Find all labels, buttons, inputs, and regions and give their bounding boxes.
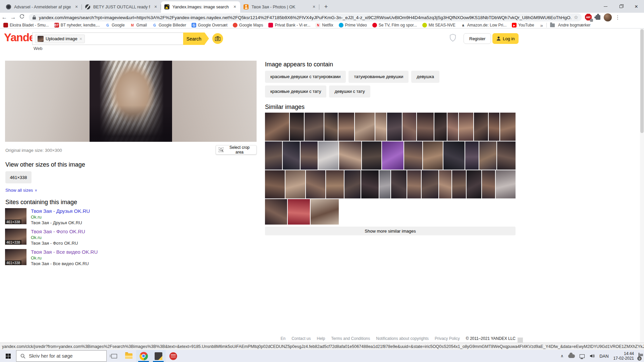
contains-tag[interactable]: девушка — [411, 71, 439, 83]
register-button[interactable]: Register — [464, 33, 491, 44]
similar-image-thumb[interactable] — [447, 113, 458, 141]
footer-link[interactable]: Notifications about copyrights — [376, 336, 429, 341]
contains-tag[interactable]: красивые девушки с татуировками — [265, 71, 346, 83]
show-all-sizes-link[interactable]: Show all sizes ∨ — [5, 188, 37, 193]
tab-close-icon[interactable]: × — [74, 4, 79, 10]
close-button[interactable]: × — [629, 0, 644, 13]
similar-image-thumb[interactable] — [301, 141, 318, 170]
new-tab-button[interactable]: + — [321, 2, 331, 12]
similar-image-thumb[interactable] — [443, 141, 465, 170]
address-bar[interactable]: yandex.com/images/search?rpt=imageview&u… — [29, 13, 582, 21]
language-indicator[interactable]: DAN — [599, 354, 608, 359]
site-domain[interactable]: Ok.ru — [31, 255, 98, 260]
similar-image-thumb[interactable] — [465, 141, 479, 170]
search-button[interactable]: Search — [183, 33, 205, 45]
bookmark-item[interactable]: aAmazon.de: Low Pri... — [461, 23, 506, 27]
similar-image-thumb[interactable] — [387, 113, 401, 141]
bookmark-item[interactable]: BTBT nyheder, kendte,... — [54, 23, 100, 27]
similar-image-thumb[interactable] — [379, 170, 390, 198]
similar-image-thumb[interactable] — [324, 113, 338, 141]
similar-image-thumb[interactable] — [326, 170, 344, 198]
adblock-extension-icon[interactable]: ABP — [585, 14, 592, 21]
browser-menu-icon[interactable]: ⋮ — [615, 14, 620, 20]
similar-image-thumb[interactable] — [305, 113, 324, 141]
uploaded-image-viewer[interactable] — [5, 61, 257, 142]
minimize-button[interactable] — [598, 0, 613, 13]
contains-tag[interactable]: красивые девушки с тату — [265, 85, 326, 98]
similar-image-thumb[interactable] — [375, 113, 387, 141]
chrome-button[interactable] — [136, 350, 151, 362]
similar-image-thumb[interactable] — [434, 113, 447, 141]
similar-image-thumb[interactable] — [482, 170, 495, 198]
similar-image-thumb[interactable] — [265, 141, 282, 170]
tab-close-icon[interactable]: × — [153, 4, 158, 10]
bookmark-item[interactable]: Google Maps — [233, 23, 263, 27]
network-icon[interactable] — [580, 354, 585, 358]
chip-close-icon[interactable]: × — [79, 36, 82, 42]
similar-image-thumb[interactable] — [496, 170, 516, 198]
extensions-puzzle-icon[interactable] — [596, 15, 600, 20]
camera-search-button[interactable] — [212, 33, 223, 44]
profile-avatar[interactable] — [604, 13, 612, 21]
tray-chevron-up-icon[interactable]: ∧ — [560, 354, 564, 358]
similar-image-thumb[interactable] — [402, 113, 417, 141]
similar-image-thumb[interactable] — [339, 141, 361, 170]
similar-image-thumb[interactable] — [474, 113, 488, 141]
tab-web[interactable]: Web — [34, 46, 43, 51]
file-explorer-button[interactable] — [121, 350, 136, 362]
taskbar-search-input[interactable]: Skriv her for at søge — [16, 350, 107, 362]
similar-image-thumb[interactable] — [362, 141, 381, 170]
select-crop-area-button[interactable]: Select crop area — [216, 145, 257, 155]
red-app-button[interactable] — [166, 350, 180, 362]
footer-link[interactable]: Privacy Policy — [435, 336, 460, 341]
bookmark-item[interactable]: MGmail — [130, 23, 147, 27]
site-domain[interactable]: Ok.ru — [31, 235, 85, 240]
site-domain[interactable]: Ok.ru — [31, 215, 90, 220]
similar-image-thumb[interactable] — [467, 170, 481, 198]
scrollbar-thumb[interactable] — [640, 29, 644, 133]
similar-image-thumb[interactable] — [391, 170, 407, 198]
similar-image-thumb[interactable] — [417, 113, 434, 141]
bookmark-item[interactable]: GGoogle — [105, 23, 125, 27]
start-button[interactable] — [0, 350, 16, 362]
bookmark-item[interactable]: Mit SEAS-NVE — [422, 23, 455, 27]
uploaded-image-chip[interactable]: Uploaded image × — [35, 35, 85, 43]
browser-tab[interactable]: Yandex.Images: image search× — [161, 1, 240, 13]
bookmark-item[interactable]: ▸YouTube — [512, 23, 534, 27]
similar-image-thumb[interactable] — [459, 113, 473, 141]
login-button[interactable]: Log in — [492, 33, 519, 44]
bookmark-star-icon[interactable]: ☆ — [574, 14, 578, 20]
notification-center-button[interactable]: 9 — [639, 353, 639, 359]
browser-tab[interactable]: Advarsel - Anmeldelser af piger o× — [3, 1, 82, 13]
browser-tab[interactable]: Твоя Зая - Photos | OK× — [240, 1, 319, 13]
similar-image-thumb[interactable] — [382, 141, 404, 170]
similar-image-thumb[interactable] — [489, 113, 499, 141]
bookmark-item[interactable]: GGoogle Oversæt — [192, 23, 227, 27]
site-title-link[interactable]: Твоя Зая - Фото OK.RU — [31, 229, 85, 234]
bookmarks-overflow-icon[interactable]: » — [540, 22, 543, 28]
browser-tab[interactable]: BETY JUST OUTCALL ready for yo× — [82, 1, 161, 13]
similar-image-thumb[interactable] — [311, 199, 339, 225]
reload-button[interactable] — [17, 14, 26, 21]
tab-close-icon[interactable]: × — [232, 4, 237, 10]
bookmark-item[interactable]: Ekstra Bladet - Smu... — [3, 23, 49, 27]
footer-link[interactable]: Terms and Conditions — [331, 336, 370, 341]
similar-image-thumb[interactable] — [318, 141, 338, 170]
onedrive-cloud-icon[interactable] — [568, 354, 575, 358]
similar-image-thumb[interactable] — [265, 199, 287, 225]
site-title-link[interactable]: Твоя Зая - Все видео OK.RU — [31, 249, 98, 255]
bookmark-item[interactable]: Privat Bank - Vi er... — [268, 23, 310, 27]
bookmark-item[interactable]: Se TV, Film og spor... — [372, 23, 417, 27]
similar-image-thumb[interactable] — [479, 141, 496, 170]
similar-image-thumb[interactable] — [288, 199, 310, 225]
similar-image-thumb[interactable] — [407, 170, 421, 198]
photos-app-button[interactable] — [151, 350, 166, 362]
similar-image-thumb[interactable] — [404, 141, 423, 170]
tab-close-icon[interactable]: × — [311, 4, 317, 10]
volume-icon[interactable] — [589, 353, 595, 359]
similar-image-thumb[interactable] — [338, 113, 354, 141]
similar-image-thumb[interactable] — [439, 170, 451, 198]
contains-tag[interactable]: татуированные девушки — [348, 71, 409, 83]
search-input[interactable]: Uploaded image × — [32, 33, 183, 45]
similar-image-thumb[interactable] — [306, 170, 325, 198]
